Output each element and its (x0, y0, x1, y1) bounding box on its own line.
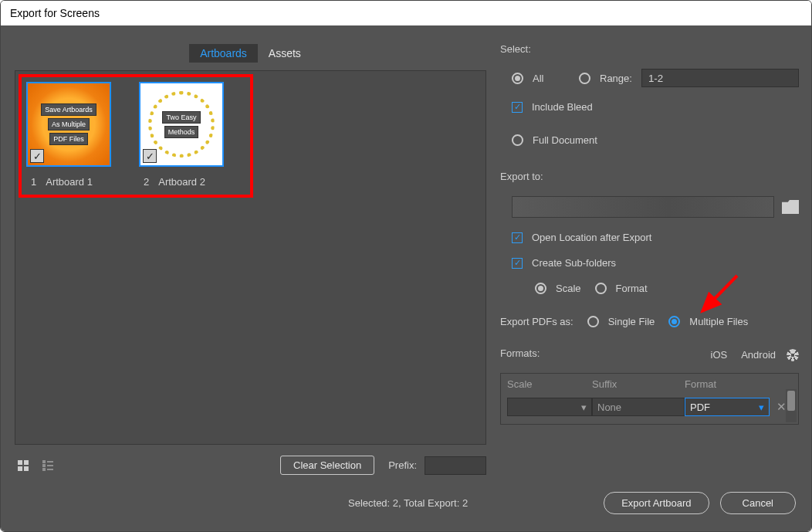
checkbox-create-subfolders[interactable]: ✓ (512, 258, 523, 269)
prefix-input[interactable] (425, 456, 486, 475)
suffix-input[interactable]: None (592, 398, 685, 416)
grid-icon (18, 460, 29, 471)
format-dropdown[interactable]: PDF▾ (685, 398, 770, 416)
list-view-button[interactable] (39, 457, 56, 474)
grid-view-button[interactable] (15, 457, 32, 474)
checkbox-include-bleed[interactable]: ✓ (512, 102, 523, 113)
thumb-text: As Multiple (48, 118, 90, 130)
artboard-preview-area: Save Artboards As Multiple PDF Files ✓ 1… (15, 70, 486, 445)
radio-all[interactable] (512, 73, 523, 84)
formats-table: Scale Suffix Format ▾ None PDF▾ ✕ (500, 373, 799, 425)
radio-subfolder-scale[interactable] (535, 283, 546, 294)
col-suffix: Suffix (592, 378, 685, 390)
artboard-name[interactable]: Artboard 1 (46, 176, 93, 188)
radio-range[interactable] (579, 73, 590, 84)
artboard-item[interactable]: Two Easy Methods ✓ 2 Artboard 2 (139, 82, 224, 188)
thumb-text: Two Easy (162, 111, 200, 124)
tab-assets[interactable]: Assets (258, 44, 312, 63)
radio-full-document[interactable] (512, 134, 523, 146)
formats-scrollbar[interactable] (786, 389, 797, 422)
radio-single-file[interactable] (587, 316, 599, 327)
preset-ios-button[interactable]: iOS (711, 349, 728, 361)
dialog-title: Export for Screens (1, 1, 811, 25)
dialog-content: Artboards Assets Save Artboards As Multi… (1, 25, 811, 531)
tabs: Artboards Assets (1, 25, 500, 63)
selection-status: Selected: 2, Total Export: 2 (348, 497, 468, 509)
subfolder-scale-label: Scale (556, 283, 581, 294)
multiple-files-label: Multiple Files (689, 316, 748, 327)
preset-android-button[interactable]: Android (741, 349, 776, 361)
export-path-input[interactable] (512, 196, 774, 218)
full-document-label: Full Document (533, 134, 597, 146)
cancel-button[interactable]: Cancel (720, 492, 796, 514)
single-file-label: Single File (608, 316, 655, 327)
radio-range-label: Range: (600, 73, 632, 84)
export-artboard-button[interactable]: Export Artboard (604, 492, 709, 514)
artboard-thumbnail[interactable]: Save Artboards As Multiple PDF Files ✓ (26, 82, 111, 167)
folder-icon[interactable] (782, 200, 799, 214)
prefix-label: Prefix: (388, 459, 417, 471)
gear-icon[interactable] (787, 349, 799, 361)
radio-subfolder-format[interactable] (595, 283, 607, 294)
range-input[interactable] (641, 69, 799, 87)
open-location-label: Open Location after Export (532, 232, 651, 243)
thumb-text: PDF Files (49, 133, 88, 145)
checkbox-open-location[interactable]: ✓ (512, 232, 523, 243)
tab-artboards[interactable]: Artboards (189, 44, 258, 63)
artboard-number: 1 (31, 176, 36, 188)
include-bleed-label: Include Bleed (532, 101, 593, 113)
clear-selection-button[interactable]: Clear Selection (280, 456, 374, 475)
artboard-check-icon[interactable]: ✓ (30, 149, 44, 163)
create-subfolders-label: Create Sub-folders (532, 257, 616, 269)
export-to-label: Export to: (500, 171, 799, 182)
artboard-name[interactable]: Artboard 2 (158, 176, 205, 188)
artboard-thumbnail[interactable]: Two Easy Methods ✓ (139, 82, 224, 167)
col-format: Format (685, 378, 770, 390)
subfolder-format-label: Format (616, 283, 648, 294)
radio-all-label: All (533, 73, 570, 84)
annotation-arrow-icon (695, 273, 741, 319)
scale-dropdown[interactable]: ▾ (507, 398, 592, 416)
export-for-screens-dialog: Export for Screens Artboards Assets Save… (0, 0, 812, 532)
artboard-item[interactable]: Save Artboards As Multiple PDF Files ✓ 1… (26, 82, 111, 188)
col-scale: Scale (507, 378, 592, 390)
list-icon (42, 460, 53, 471)
formats-label: Formats: (500, 347, 540, 359)
radio-multiple-files[interactable] (668, 316, 680, 327)
artboard-check-icon[interactable]: ✓ (143, 149, 157, 163)
thumb-text: Save Artboards (41, 103, 96, 116)
export-pdfs-as-label: Export PDFs as: (500, 316, 573, 327)
select-label: Select: (500, 43, 799, 55)
artboard-number: 2 (144, 176, 149, 188)
thumb-text: Methods (164, 126, 199, 138)
